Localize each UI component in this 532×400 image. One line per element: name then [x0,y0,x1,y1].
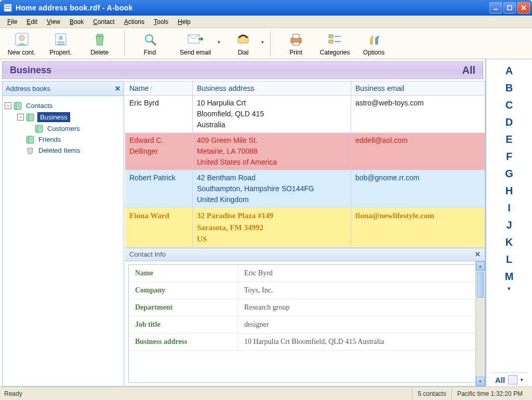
svg-rect-13 [97,34,102,36]
sort-icon[interactable] [508,375,517,384]
minimize-button[interactable] [489,2,502,14]
svg-rect-22 [329,40,333,43]
table-row[interactable]: Fiona Ward 32 Paradise Plaza #149Sarasot… [125,208,485,248]
chevron-down-icon[interactable]: ▾ [521,377,523,382]
column-header-email[interactable]: Business email [351,82,485,95]
info-row: CompanyToys, Inc. [129,282,481,299]
filter-all[interactable]: All [495,376,505,384]
letter-filter[interactable]: C [486,97,532,114]
table-row[interactable]: Eric Byrd 10 Harpulia CrtBloomfield, QLD… [125,96,485,133]
letter-filter[interactable]: E [486,131,532,148]
print-button[interactable]: Print [276,29,315,58]
tree-node-customers[interactable]: Customers [5,123,122,134]
letter-filter[interactable]: I [486,199,532,217]
tree-node-contacts[interactable]: − Contacts [5,100,122,111]
send-email-icon [187,31,204,48]
category-filter[interactable]: All [462,64,475,76]
tree-node-deleted[interactable]: Deleted Items [5,145,122,156]
svg-rect-3 [494,9,498,10]
chevron-down-icon[interactable]: ▾ [261,39,264,45]
toolbar-separator [270,31,271,56]
scroll-up-button[interactable]: ▴ [476,261,485,271]
info-row: Job titledesigner [129,316,481,334]
book-icon [26,113,35,122]
svg-rect-20 [293,42,299,45]
category-title: Business [10,65,462,76]
tree-collapse-icon[interactable]: − [5,102,11,109]
table-row[interactable]: Edward C. Dellinger 409 Green Mile St.Me… [125,133,485,170]
menu-actions[interactable]: Actions [120,17,149,26]
options-button[interactable]: Options [354,29,393,58]
table-wrap: Name ∕ Business address Business email E… [125,81,485,386]
print-icon [288,31,304,48]
close-icon[interactable]: ✕ [115,85,121,92]
main-area: Business All Address books ✕ − Contacts [0,59,532,386]
svg-rect-19 [293,34,299,38]
svg-rect-27 [26,114,34,121]
scroll-thumb[interactable] [477,272,484,298]
menu-edit[interactable]: Edit [22,17,42,26]
svg-rect-12 [57,44,64,45]
find-button[interactable]: Find [130,29,169,58]
tree-node-friends[interactable]: Friends [5,134,122,145]
trash-icon [26,146,35,155]
menu-help[interactable]: Help [174,17,195,26]
menu-book[interactable]: Book [65,17,88,26]
status-count: 5 contacts [412,387,451,400]
menu-file[interactable]: File [3,17,21,26]
menu-tools[interactable]: Tools [150,17,172,26]
column-header-address[interactable]: Business address [193,82,351,95]
letter-filter[interactable]: K [486,234,532,251]
app-icon [3,3,12,12]
sidebar-header: Address books ✕ [3,82,124,96]
letter-filter[interactable]: D [486,114,532,131]
contact-info-body: NameEric Byrd CompanyToys, Inc. Departme… [125,261,485,387]
status-text: Ready [4,390,412,397]
alpha-footer: All ▾ [492,372,526,386]
properties-button[interactable]: Propert. [41,29,80,58]
dial-button[interactable]: Dial ▾ [221,29,265,58]
scroll-down-button[interactable]: ▾ [476,377,485,386]
svg-rect-11 [57,42,64,43]
svg-rect-21 [329,35,333,38]
delete-button[interactable]: Delete [80,29,119,58]
svg-point-14 [145,35,153,42]
letter-filter[interactable]: M [486,268,532,285]
window-buttons [489,2,530,14]
tree: − Contacts − Business Customers [3,96,124,160]
tree-node-business[interactable]: − Business [5,111,122,123]
contact-info-header: Contact Info ✕ [125,248,485,261]
menu-contact[interactable]: Contact [89,17,118,26]
title-bar: Home address book.rdf - A-book [0,0,532,16]
menu-view[interactable]: View [43,17,64,26]
sort-asc-icon: ∕ [151,86,152,91]
info-row: NameEric Byrd [129,265,481,282]
close-icon[interactable]: ✕ [475,250,481,258]
column-header-name[interactable]: Name ∕ [125,82,193,95]
letter-filter[interactable]: A [486,62,532,79]
maximize-button[interactable] [503,2,516,14]
alphabet-panel: A B C D E F G H I J K L M ▾ All ▾ [486,59,532,386]
letter-filter[interactable]: B [486,79,532,97]
letter-filter[interactable]: G [486,165,532,182]
scrollbar[interactable]: ▴ ▾ [475,261,485,386]
new-contact-button[interactable]: New cont. [2,29,41,58]
categories-icon [327,31,343,48]
chevron-down-icon[interactable]: ▾ [218,39,220,45]
close-button[interactable] [517,2,530,14]
trash-icon [91,31,108,48]
table-row[interactable]: Robert Patrick 42 Bentham RoadSouthampto… [125,170,485,208]
send-email-button[interactable]: Send email ▾ [169,29,221,58]
window-title: Home address book.rdf - A-book [16,4,489,12]
toolbar-separator [124,31,125,56]
categories-button[interactable]: Categories [315,29,354,58]
svg-rect-4 [508,6,512,10]
category-header: Business All [2,61,483,79]
letter-filter[interactable]: J [486,217,532,234]
tree-collapse-icon[interactable]: − [17,114,24,121]
toolbar: New cont. Propert. Delete Find Send emai… [0,28,532,59]
letter-filter[interactable]: H [486,182,532,199]
chevron-down-icon[interactable]: ▾ [508,285,511,292]
letter-filter[interactable]: F [486,148,532,165]
letter-filter[interactable]: L [486,251,532,268]
